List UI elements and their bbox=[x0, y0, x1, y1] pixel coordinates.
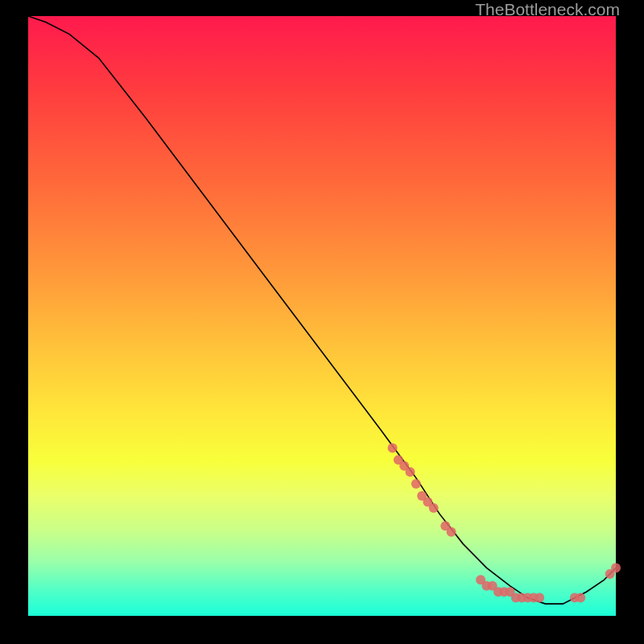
bottleneck-curve bbox=[28, 16, 616, 604]
curve-layer bbox=[28, 16, 616, 616]
data-marker bbox=[576, 593, 585, 603]
watermark-text: TheBottleneck.com bbox=[475, 0, 620, 19]
data-marker bbox=[429, 503, 439, 513]
marker-group bbox=[388, 443, 621, 602]
data-marker bbox=[535, 593, 544, 603]
data-marker bbox=[406, 467, 415, 477]
data-marker bbox=[611, 563, 621, 572]
data-marker bbox=[447, 527, 456, 537]
chart-stage: TheBottleneck.com bbox=[0, 0, 644, 644]
data-marker bbox=[411, 479, 421, 489]
data-marker bbox=[388, 443, 398, 452]
